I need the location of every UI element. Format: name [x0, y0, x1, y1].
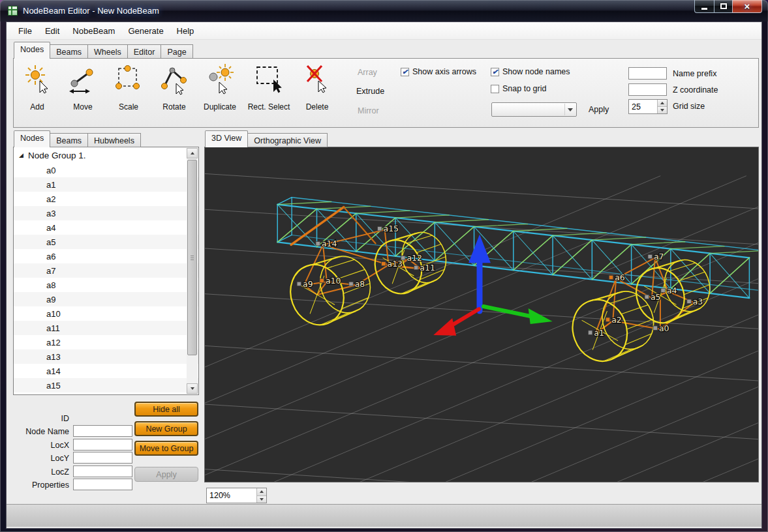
tab-orthographic-view[interactable]: Orthographic View [248, 133, 328, 147]
left-tab-nodes[interactable]: Nodes [14, 130, 50, 147]
spin-up-button[interactable] [658, 100, 667, 106]
spin-down-button[interactable] [658, 106, 667, 113]
z-coordinate-input[interactable] [628, 83, 667, 96]
zoom-down-button[interactable] [257, 495, 266, 503]
node-tree-list[interactable]: ◢ Node Group 1. a0 a1 a2 a3 a4 a5 a6 a7 … [13, 147, 199, 395]
ribbon-tab-wheels[interactable]: Wheels [88, 44, 128, 59]
move-to-group-button[interactable]: Move to Group [134, 441, 198, 456]
tool-rotate-button[interactable]: Rotate [153, 61, 196, 112]
grid-size-spinner[interactable] [628, 99, 668, 114]
node-marker [378, 227, 382, 231]
tree-group-header[interactable]: ◢ Node Group 1. [14, 147, 198, 163]
rect-select-icon [254, 61, 284, 98]
tree-node-a13[interactable]: a13 [14, 349, 198, 364]
maximize-button[interactable] [714, 0, 732, 13]
app-icon [8, 6, 18, 16]
checkbox-show-node-names[interactable]: ✔ Show node names [491, 67, 570, 76]
node-label: a13 [388, 259, 403, 269]
locx-label: LocX [13, 441, 69, 450]
scroll-up-button[interactable] [187, 148, 198, 158]
menu-help[interactable]: Help [170, 23, 201, 38]
locz-input[interactable] [73, 466, 132, 477]
minimize-button[interactable] [694, 0, 714, 13]
tree-node-a1[interactable]: a1 [14, 177, 198, 192]
tree-node-a4[interactable]: a4 [14, 220, 198, 235]
tree-node-a5[interactable]: a5 [14, 235, 198, 249]
checkbox-label: Snap to grid [502, 84, 546, 93]
name-prefix-input[interactable] [628, 67, 667, 80]
chevron-up-icon [660, 102, 664, 104]
checkbox-snap-to-grid[interactable]: Snap to grid [491, 84, 546, 93]
tree-node-a8[interactable]: a8 [14, 278, 198, 292]
operation-dropdown[interactable] [491, 102, 577, 117]
scroll-down-button[interactable] [187, 383, 198, 394]
duplicate-nodes-icon [205, 61, 235, 98]
3d-viewport[interactable]: a0a1a2a3a4a5a6a7a8a9a10a11a12a13a14a15 [205, 147, 758, 482]
menu-edit[interactable]: Edit [38, 23, 66, 38]
node-marker [297, 282, 301, 286]
app-window: NodeBeam Editor - New NodeBeam × File Ed… [0, 0, 768, 532]
node-label: a6 [615, 273, 625, 282]
locx-input[interactable] [73, 439, 132, 451]
checkbox-label: Show axis arrows [412, 67, 476, 76]
left-panel-tab-bar: Nodes Beams Hubwheels [14, 132, 141, 147]
zoom-input[interactable] [207, 488, 256, 503]
ribbon-tab-editor[interactable]: Editor [128, 44, 162, 59]
rotate-nodes-icon [159, 61, 189, 98]
tab-3d-view[interactable]: 3D View [205, 130, 248, 147]
chevron-up-icon [191, 152, 194, 155]
tree-node-a15[interactable]: a15 [14, 378, 198, 392]
dropdown-arrow-button[interactable] [564, 104, 576, 115]
tool-move-button[interactable]: Move [61, 61, 104, 112]
menu-file[interactable]: File [12, 23, 38, 38]
tree-node-a2[interactable]: a2 [14, 192, 198, 206]
menu-nobebeam[interactable]: NobeBeam [66, 23, 121, 38]
ribbon-tab-page[interactable]: Page [161, 44, 192, 59]
tree-node-a3[interactable]: a3 [14, 206, 198, 220]
ribbon-tab-beams[interactable]: Beams [50, 44, 88, 59]
tree-node-a12[interactable]: a12 [14, 335, 198, 349]
scrollbar-thumb[interactable] [187, 160, 197, 355]
tree-node-a9[interactable]: a9 [14, 292, 198, 306]
ribbon-tab-bar: Nodes Beams Wheels Editor Page [14, 42, 193, 59]
titlebar[interactable]: NodeBeam Editor - New NodeBeam × [0, 0, 768, 22]
properties-input[interactable] [73, 479, 132, 490]
node-name-input[interactable] [73, 425, 132, 437]
left-tab-beams[interactable]: Beams [50, 133, 88, 147]
list-scrollbar[interactable] [187, 148, 198, 394]
tool-delete-button[interactable]: Delete [296, 61, 339, 112]
chevron-down-icon [191, 387, 194, 390]
left-tab-hubwheels[interactable]: Hubwheels [88, 133, 141, 147]
tool-add-button[interactable]: Add [16, 61, 59, 112]
tree-node-a0[interactable]: a0 [14, 163, 198, 177]
view-panel: 3D View Orthographic View a0a1a2a3a4a5a6… [204, 132, 759, 527]
new-group-button[interactable]: New Group [134, 421, 198, 436]
tree-node-a10[interactable]: a10 [14, 306, 198, 321]
expander-icon[interactable]: ◢ [19, 152, 23, 158]
tool-label: Rotate [162, 102, 185, 111]
grid-size-input[interactable] [629, 100, 656, 113]
tree-node-a11[interactable]: a11 [14, 321, 198, 335]
checkbox-show-axis-arrows[interactable]: ✔ Show axis arrows [401, 67, 476, 76]
tree-node-a14[interactable]: a14 [14, 364, 198, 378]
zoom-up-button[interactable] [257, 488, 266, 495]
tool-scale-button[interactable]: Scale [107, 61, 150, 112]
close-button[interactable]: × [732, 0, 762, 13]
locy-input[interactable] [73, 452, 132, 464]
scale-nodes-icon [114, 61, 144, 98]
menu-generate[interactable]: Generate [121, 23, 170, 38]
node-marker [648, 254, 652, 258]
tree-node-a7[interactable]: a7 [14, 263, 198, 278]
node-label: a4 [667, 286, 677, 295]
ribbon-tab-nodes[interactable]: Nodes [14, 42, 50, 59]
tool-duplicate-button[interactable]: Duplicate [198, 61, 241, 112]
toolbar-apply-button[interactable]: Apply [589, 105, 609, 114]
tree-node-a6[interactable]: a6 [14, 249, 198, 263]
chevron-up-icon [260, 490, 264, 493]
zoom-spinner[interactable] [206, 488, 267, 503]
add-node-icon [22, 61, 52, 98]
hide-all-button[interactable]: Hide all [134, 402, 198, 417]
tool-label: Duplicate [204, 102, 236, 111]
op-extrude-button[interactable]: Extrude [356, 87, 384, 96]
tool-rect-select-button[interactable]: Rect. Select [244, 61, 294, 112]
